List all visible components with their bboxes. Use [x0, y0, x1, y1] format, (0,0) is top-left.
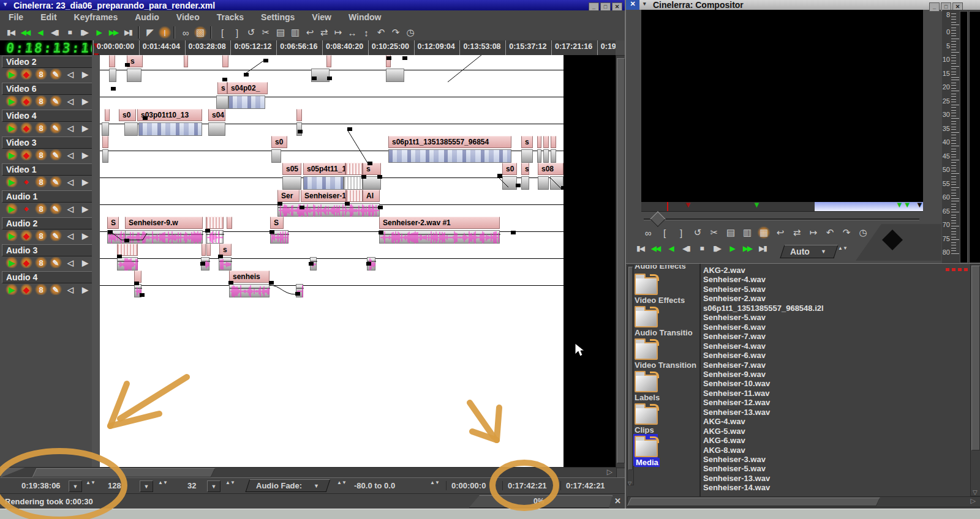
media-item[interactable]: Senheiser-4.wav	[703, 342, 766, 351]
keyframe-chain-icon[interactable]: ∞	[179, 26, 192, 39]
expand-icon[interactable]: ▶	[78, 69, 92, 80]
menu-video[interactable]: Video	[168, 10, 208, 24]
draw-media-icon[interactable]: ✎	[49, 122, 62, 133]
play-reverse-button[interactable]: ◀	[33, 26, 47, 39]
arrow-tool-icon[interactable]: ◤	[143, 26, 157, 39]
go-start-button[interactable]: ▮◀	[633, 242, 647, 255]
media-scroll-down-icon[interactable]: ▽	[973, 489, 978, 496]
duration-value[interactable]: 0:19:38:06	[21, 481, 61, 490]
mute-icon[interactable]: ◁	[64, 122, 77, 133]
menu-audio[interactable]: Audio	[126, 10, 168, 24]
fit-selection-icon[interactable]: ↔	[345, 26, 359, 39]
mute-icon[interactable]: ◁	[64, 95, 77, 106]
selection-start-value[interactable]: 0:00:00:0	[446, 481, 486, 490]
play-icon[interactable]: ▶	[5, 176, 18, 187]
media-item[interactable]: Senheiser-13.wav	[703, 474, 770, 483]
draw-media-icon[interactable]: ✎	[49, 230, 62, 241]
expand-icon[interactable]: ▶	[78, 203, 92, 214]
gang-icon[interactable]: 8	[34, 284, 48, 295]
folder-item-video-effects[interactable]: Video Effects	[635, 296, 685, 305]
compositor-slider[interactable]	[641, 212, 923, 226]
play-reverse-button[interactable]: ◀	[664, 242, 677, 255]
sample-zoom-dropdown[interactable]: ▼	[140, 480, 153, 492]
automation-type-label[interactable]: Audio Fade:	[256, 481, 302, 490]
menu-view[interactable]: View	[303, 10, 340, 24]
in-point-icon[interactable]: [	[658, 226, 671, 239]
histogram-icon[interactable]: ▦	[757, 226, 771, 239]
play-icon[interactable]: ▶	[5, 149, 18, 160]
clock-icon[interactable]: ◷	[856, 226, 870, 239]
play-icon[interactable]: ▶	[5, 257, 18, 268]
folder-item-audio-effects[interactable]: Audio Effects	[635, 261, 686, 271]
out-point-icon[interactable]: ]	[230, 26, 244, 39]
media-item[interactable]: Senheiser-9.wav	[703, 370, 766, 379]
media-hscrollbar[interactable]: ▷	[627, 496, 980, 507]
menu-window[interactable]: Window	[340, 10, 390, 24]
mute-icon[interactable]: ◁	[64, 230, 77, 241]
folder-list-divider[interactable]	[699, 264, 701, 496]
vscroll-thumb[interactable]	[617, 58, 625, 463]
sample-zoom-spinner[interactable]: ▲▼	[158, 480, 168, 485]
expand-icon[interactable]: ▶	[78, 257, 92, 268]
copy-icon[interactable]: ▤	[724, 226, 737, 239]
gang-icon[interactable]: 8	[34, 69, 48, 80]
play-button[interactable]: ▶	[725, 242, 739, 255]
record-arm-icon[interactable]: ◆	[20, 176, 33, 187]
compositor-titlebar[interactable]: ▾ Cinelerra: Compositor _□✕	[639, 0, 980, 10]
cut-icon[interactable]: ✂	[707, 226, 721, 239]
media-item[interactable]: Senheiser-10.wav	[703, 379, 770, 388]
media-item[interactable]: Senheiser-5.wav	[703, 285, 766, 294]
draw-media-icon[interactable]: ✎	[49, 203, 62, 214]
label-icon[interactable]: ↺	[691, 226, 704, 239]
frame-forward-button[interactable]: ▮▶	[710, 242, 723, 255]
expand-icon[interactable]: ▶	[78, 149, 92, 160]
amplitude-dropdown[interactable]: ▼	[207, 480, 221, 492]
rewind-button[interactable]: ◀◀	[18, 26, 32, 39]
span-keyframes-icon[interactable]: ▧	[194, 26, 207, 39]
go-end-button[interactable]: ▶▮	[121, 26, 135, 39]
track-title-video-3[interactable]: Video 3	[2, 136, 95, 149]
hscroll-right-arrow-icon[interactable]: ▷	[607, 468, 612, 476]
media-scroll-right-icon[interactable]: ▷	[971, 497, 976, 505]
gang-icon[interactable]: 8	[34, 122, 48, 133]
redo-icon[interactable]: ↷	[840, 226, 853, 239]
record-arm-icon[interactable]: ◆	[20, 122, 33, 133]
folder-icon[interactable]	[635, 277, 658, 295]
automation-range-spinner[interactable]: ▲▼	[337, 480, 347, 485]
mute-icon[interactable]: ◁	[64, 203, 77, 214]
gang-icon[interactable]: 8	[34, 149, 48, 160]
folder-item-clips[interactable]: Clips	[635, 425, 654, 435]
play-icon[interactable]: ▶	[5, 230, 18, 241]
media-item[interactable]: Senheiser-7.wav	[703, 360, 766, 370]
hscroll-thumb[interactable]	[32, 468, 216, 477]
record-arm-icon[interactable]: ◆	[20, 149, 33, 160]
duration-dropdown[interactable]: ▼	[69, 480, 82, 492]
media-item[interactable]: Senheiser-5.wav	[703, 313, 766, 322]
menu-edit[interactable]: Edit	[32, 10, 65, 24]
paste-icon[interactable]: ▥	[288, 26, 302, 39]
media-item[interactable]: Senheiser-13.wav	[703, 408, 770, 417]
gang-icon[interactable]: 8	[34, 203, 48, 214]
gang-icon[interactable]: 8	[34, 257, 48, 268]
stop-button[interactable]: ■	[695, 242, 708, 255]
paste-icon[interactable]: ▥	[741, 226, 754, 239]
folder-icon[interactable]	[635, 439, 658, 457]
media-item[interactable]: Senheiser-12.wav	[703, 398, 770, 407]
menu-tracks[interactable]: Tracks	[208, 10, 252, 24]
play-icon[interactable]: ▶	[5, 69, 18, 80]
folder-item-audio-transitio[interactable]: Audio Transitio	[635, 328, 693, 337]
selection-spinner[interactable]: ▲▼	[430, 480, 440, 485]
paste-silence-icon[interactable]: ⇄	[317, 26, 331, 39]
play-icon[interactable]: ▶	[5, 284, 18, 295]
folder-item-media[interactable]: Media	[635, 458, 660, 467]
media-item[interactable]: AKG-6.wav	[703, 436, 745, 445]
cut-icon[interactable]: ✂	[259, 26, 273, 39]
draw-media-icon[interactable]: ✎	[49, 257, 62, 268]
record-arm-icon[interactable]: ◆	[20, 257, 33, 268]
gang-icon[interactable]: 8	[34, 230, 48, 241]
track-title-video-6[interactable]: Video 6	[2, 83, 95, 95]
folder-icon[interactable]	[635, 342, 658, 360]
auto-spinner[interactable]: ▲▼	[838, 246, 848, 250]
media-item[interactable]: Senheiser-2.wav	[703, 294, 766, 303]
auto-label[interactable]: Auto	[790, 247, 810, 256]
